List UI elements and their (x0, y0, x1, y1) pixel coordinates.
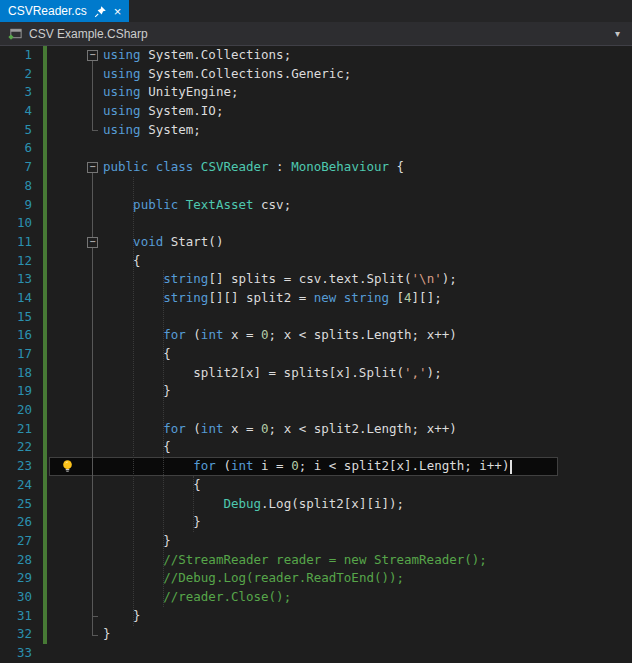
line-number[interactable]: 29 (0, 569, 40, 588)
line-number[interactable]: 15 (0, 308, 40, 327)
fold-collapse-icon[interactable]: − (87, 50, 98, 61)
code-text[interactable]: split2[x] = splits[x].Split(','); (101, 364, 632, 383)
tab-csvreader[interactable]: CSVReader.cs × (0, 0, 129, 22)
code-line[interactable]: 28 //StreamReader reader = new StreamRea… (0, 551, 632, 570)
close-icon[interactable]: × (114, 5, 122, 18)
code-line[interactable]: 10 (0, 214, 632, 233)
line-number[interactable]: 8 (0, 177, 40, 196)
fold-collapse-icon[interactable]: − (87, 237, 98, 248)
pin-icon[interactable] (94, 5, 107, 18)
line-number[interactable]: 27 (0, 532, 40, 551)
code-line[interactable]: 11− void Start() (0, 233, 632, 252)
code-text[interactable]: using System.Collections.Generic; (101, 65, 632, 84)
code-text[interactable]: } (101, 607, 632, 626)
project-dropdown[interactable]: CSV Example.CSharp (29, 27, 148, 41)
code-line[interactable]: 13 string[] splits = csv.text.Split('\n'… (0, 270, 632, 289)
code-line[interactable]: 14 string[][] split2 = new string [4][]; (0, 289, 632, 308)
code-line[interactable]: 29 //Debug.Log(reader.ReadToEnd()); (0, 569, 632, 588)
code-text[interactable]: string[][] split2 = new string [4][]; (101, 289, 632, 308)
code-text[interactable]: { (101, 476, 632, 495)
code-text[interactable]: using System; (101, 121, 632, 140)
code-text[interactable]: } (101, 382, 632, 401)
code-text[interactable]: using System.IO; (101, 102, 632, 121)
line-number[interactable]: 30 (0, 588, 40, 607)
line-number[interactable]: 5 (0, 121, 40, 140)
code-text[interactable]: for (int i = 0; i < split2[x].Length; i+… (101, 457, 632, 476)
line-number[interactable]: 6 (0, 139, 40, 158)
line-number[interactable]: 16 (0, 326, 40, 345)
code-text[interactable]: } (101, 513, 632, 532)
code-text[interactable]: { (101, 345, 632, 364)
code-text[interactable]: public class CSVReader : MonoBehaviour { (101, 158, 632, 177)
code-line[interactable]: 18 split2[x] = splits[x].Split(','); (0, 364, 632, 383)
code-line[interactable]: 17 { (0, 345, 632, 364)
line-number[interactable]: 4 (0, 102, 40, 121)
code-line[interactable]: 30 //reader.Close(); (0, 588, 632, 607)
line-number[interactable]: 32 (0, 625, 40, 644)
lightbulb-icon[interactable] (60, 459, 75, 474)
line-number[interactable]: 28 (0, 551, 40, 570)
code-text[interactable]: //Debug.Log(reader.ReadToEnd()); (101, 569, 632, 588)
code-text[interactable]: //StreamReader reader = new StreamReader… (101, 551, 632, 570)
code-line[interactable]: 22 { (0, 438, 632, 457)
line-number[interactable]: 10 (0, 214, 40, 233)
code-line[interactable]: 4using System.IO; (0, 102, 632, 121)
code-text[interactable]: } (101, 532, 632, 551)
line-number[interactable]: 25 (0, 495, 40, 514)
code-text[interactable] (101, 401, 632, 420)
code-text[interactable] (101, 644, 632, 663)
line-number[interactable]: 33 (0, 644, 40, 663)
code-line[interactable]: 9 public TextAsset csv; (0, 196, 632, 215)
code-editor[interactable]: 1−using System.Collections;2using System… (0, 46, 632, 663)
line-number[interactable]: 12 (0, 252, 40, 271)
code-text[interactable]: void Start() (101, 233, 632, 252)
line-number[interactable]: 1 (0, 46, 40, 65)
chevron-down-icon[interactable]: ▾ (611, 28, 624, 39)
line-number[interactable]: 9 (0, 196, 40, 215)
code-line[interactable]: 21 for (int x = 0; x < split2.Length; x+… (0, 420, 632, 439)
code-line[interactable]: 1−using System.Collections; (0, 46, 632, 65)
code-text[interactable] (101, 139, 632, 158)
line-number[interactable]: 7 (0, 158, 40, 177)
code-text[interactable]: { (101, 252, 632, 271)
code-text[interactable] (101, 214, 632, 233)
code-text[interactable] (101, 308, 632, 327)
code-line[interactable]: 19 } (0, 382, 632, 401)
code-line[interactable]: 6 (0, 139, 632, 158)
code-text[interactable] (101, 177, 632, 196)
code-line[interactable]: 12 { (0, 252, 632, 271)
code-line[interactable]: 31 } (0, 607, 632, 626)
line-number[interactable]: 22 (0, 438, 40, 457)
code-line[interactable]: 27 } (0, 532, 632, 551)
code-line[interactable]: 26 } (0, 513, 632, 532)
code-text[interactable]: for (int x = 0; x < split2.Length; x++) (101, 420, 632, 439)
code-line[interactable]: 16 for (int x = 0; x < splits.Length; x+… (0, 326, 632, 345)
code-text[interactable]: using UnityEngine; (101, 83, 632, 102)
code-line[interactable]: 3using UnityEngine; (0, 83, 632, 102)
line-number[interactable]: 13 (0, 270, 40, 289)
code-text[interactable]: Debug.Log(split2[x][i]); (101, 495, 632, 514)
line-number[interactable]: 17 (0, 345, 40, 364)
line-number[interactable]: 31 (0, 607, 40, 626)
code-line[interactable]: 24 { (0, 476, 632, 495)
line-number[interactable]: 18 (0, 364, 40, 383)
code-text[interactable]: public TextAsset csv; (101, 196, 632, 215)
code-text[interactable]: using System.Collections; (101, 46, 632, 65)
line-number[interactable]: 19 (0, 382, 40, 401)
code-line[interactable]: 7−public class CSVReader : MonoBehaviour… (0, 158, 632, 177)
code-line[interactable]: 2using System.Collections.Generic; (0, 65, 632, 84)
line-number[interactable]: 21 (0, 420, 40, 439)
code-line[interactable]: 5using System; (0, 121, 632, 140)
code-text[interactable]: for (int x = 0; x < splits.Length; x++) (101, 326, 632, 345)
code-line[interactable]: 8 (0, 177, 632, 196)
line-number[interactable]: 20 (0, 401, 40, 420)
fold-collapse-icon[interactable]: − (87, 162, 98, 173)
line-number[interactable]: 3 (0, 83, 40, 102)
line-number[interactable]: 11 (0, 233, 40, 252)
code-text[interactable]: } (101, 625, 632, 644)
code-line[interactable]: 20 (0, 401, 632, 420)
code-text[interactable]: string[] splits = csv.text.Split('\n'); (101, 270, 632, 289)
code-line[interactable]: 15 (0, 308, 632, 327)
line-number[interactable]: 14 (0, 289, 40, 308)
line-number[interactable]: 24 (0, 476, 40, 495)
